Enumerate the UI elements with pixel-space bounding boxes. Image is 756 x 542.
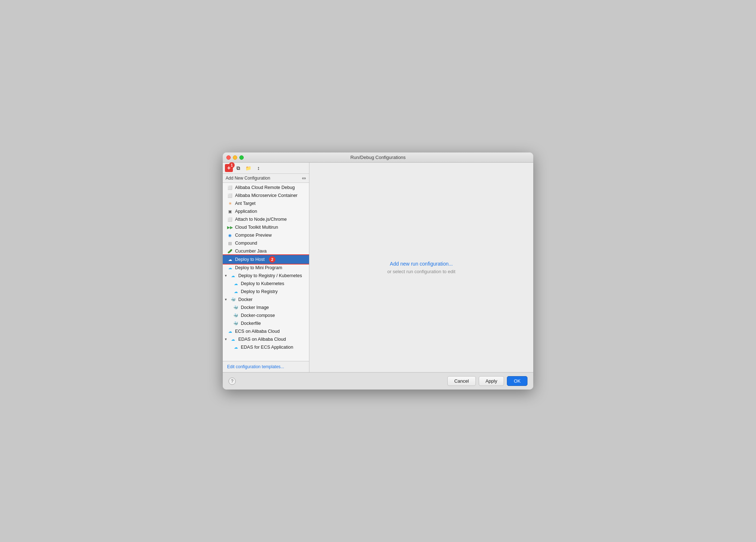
footer: ? Cancel Apply OK bbox=[223, 372, 533, 390]
list-item[interactable]: ☁ Deploy to Kubernetes bbox=[223, 280, 309, 288]
edas-group-header[interactable]: ▼ ☁ EDAS on Alibaba Cloud bbox=[223, 335, 309, 343]
item-label: Ant Target bbox=[235, 201, 256, 206]
chevron-down-icon: ▼ bbox=[224, 298, 227, 301]
docker-sub-icon: 🐳 bbox=[233, 305, 239, 310]
window-title: Run/Debug Configurations bbox=[350, 155, 405, 160]
item-label: Compound bbox=[235, 241, 257, 246]
edas-ecs-icon: ☁ bbox=[233, 344, 239, 350]
folder-icon: 📁 bbox=[246, 165, 251, 171]
ant-icon: ✳ bbox=[227, 201, 233, 206]
sort-icon: ↕ bbox=[257, 165, 260, 171]
deploy-badge: 2 bbox=[269, 256, 275, 263]
list-item[interactable]: ⬜ Attach to Node.js/Chrome bbox=[223, 215, 309, 223]
item-label: Deploy to Mini Program bbox=[235, 265, 282, 270]
chevron-down-icon: ▼ bbox=[224, 337, 227, 341]
item-label: Docker Image bbox=[241, 305, 269, 310]
cucumber-icon: 🥒 bbox=[227, 248, 233, 254]
edit-templates-link[interactable]: Edit configuration templates... bbox=[227, 364, 284, 369]
list-item[interactable]: ⬜ Alibaba Microservice Container bbox=[223, 192, 309, 199]
ecs-icon: ☁ bbox=[227, 328, 233, 334]
toolbar: + 1 ⧉ 📁 ↕ bbox=[223, 163, 309, 174]
app-icon: ▣ bbox=[227, 208, 233, 214]
compound-icon: ▤ bbox=[227, 240, 233, 246]
item-label: Alibaba Cloud Remote Debug bbox=[235, 185, 295, 190]
list-item[interactable]: ✳ Ant Target bbox=[223, 199, 309, 207]
config-header: Add New Configuration ⇔ bbox=[223, 174, 309, 183]
list-item[interactable]: 🐳 Dockerfile bbox=[223, 319, 309, 327]
copy-button[interactable]: ⧉ bbox=[234, 164, 243, 172]
item-label: Docker bbox=[238, 297, 253, 302]
item-label: Dockerfile bbox=[241, 321, 261, 326]
right-panel: Add new run configuration... or select r… bbox=[309, 163, 533, 372]
add-button[interactable]: + 1 bbox=[225, 164, 233, 172]
copy-icon: ⧉ bbox=[236, 165, 240, 171]
compose-icon: ◉ bbox=[227, 232, 233, 238]
item-label: Application bbox=[235, 209, 257, 214]
item-label: Compose Preview bbox=[235, 233, 271, 238]
cancel-button[interactable]: Cancel bbox=[447, 376, 475, 386]
item-label: Deploy to Registry bbox=[241, 289, 278, 294]
item-label: Deploy to Registry / Kubernetes bbox=[238, 273, 302, 278]
cloud-mini-icon: ☁ bbox=[227, 265, 233, 271]
cloud-upload-icon: ☁ bbox=[227, 257, 233, 262]
list-item[interactable]: ☁ Deploy to Mini Program bbox=[223, 264, 309, 272]
list-item[interactable]: ▣ Application bbox=[223, 207, 309, 215]
traffic-lights bbox=[226, 155, 244, 160]
cloud-reg-icon: ☁ bbox=[233, 289, 239, 294]
item-label: Deploy to Kubernetes bbox=[241, 281, 284, 286]
list-item[interactable]: ▤ Compound bbox=[223, 239, 309, 247]
maximize-button[interactable] bbox=[239, 155, 244, 160]
left-panel: + 1 ⧉ 📁 ↕ Add New Configuration ⇔ bbox=[223, 163, 309, 372]
chevron-down-icon: ▼ bbox=[224, 274, 227, 278]
docker-compose-icon: 🐳 bbox=[233, 313, 239, 318]
list-item[interactable]: ☁ EDAS for ECS Application bbox=[223, 343, 309, 351]
list-item[interactable]: 🐳 Docker Image bbox=[223, 304, 309, 311]
list-item[interactable]: ◉ Compose Preview bbox=[223, 231, 309, 239]
folder-button[interactable]: 📁 bbox=[244, 164, 253, 172]
item-label: Docker-compose bbox=[241, 313, 275, 318]
bottom-bar: Edit configuration templates... bbox=[223, 361, 309, 372]
help-button[interactable]: ? bbox=[229, 378, 236, 385]
list-item[interactable]: 🥒 Cucumber Java bbox=[223, 247, 309, 255]
close-button[interactable] bbox=[226, 155, 231, 160]
footer-left: ? bbox=[229, 378, 236, 385]
add-config-link[interactable]: Add new run configuration... bbox=[390, 261, 453, 267]
nodejs-icon: ⬜ bbox=[227, 216, 233, 222]
list-item[interactable]: 🐳 Docker-compose bbox=[223, 311, 309, 319]
list-item[interactable]: ▶▶ Cloud Toolkit Multirun bbox=[223, 223, 309, 231]
deploy-registry-group-header[interactable]: ▼ ☁ Deploy to Registry / Kubernetes bbox=[223, 272, 309, 280]
screen-icon: ⬜ bbox=[227, 193, 233, 198]
add-config-sub: or select run configuration to edit bbox=[387, 269, 456, 274]
item-label: Cloud Toolkit Multirun bbox=[235, 225, 278, 230]
collapse-icon[interactable]: ⇔ bbox=[302, 175, 306, 181]
item-label: Attach to Node.js/Chrome bbox=[235, 217, 287, 222]
multirun-icon: ▶▶ bbox=[227, 224, 233, 230]
ok-button[interactable]: OK bbox=[507, 376, 527, 386]
cloud-registry-icon: ☁ bbox=[230, 273, 236, 279]
config-header-title: Add New Configuration bbox=[226, 176, 270, 181]
docker-group-header[interactable]: ▼ 🐳 Docker bbox=[223, 296, 309, 304]
cloud-k8s-icon: ☁ bbox=[233, 281, 239, 287]
item-label: EDAS for ECS Application bbox=[241, 345, 293, 350]
apply-button[interactable]: Apply bbox=[479, 376, 504, 386]
main-content: + 1 ⧉ 📁 ↕ Add New Configuration ⇔ bbox=[223, 163, 533, 372]
footer-right: Cancel Apply OK bbox=[447, 376, 527, 386]
sort-button[interactable]: ↕ bbox=[254, 164, 263, 172]
docker-icon: 🐳 bbox=[230, 297, 236, 302]
main-window: Run/Debug Configurations + 1 ⧉ 📁 ↕ bbox=[223, 152, 533, 390]
item-label: ECS on Alibaba Cloud bbox=[235, 329, 280, 334]
edas-icon: ☁ bbox=[230, 336, 236, 342]
screen-icon: ⬜ bbox=[227, 185, 233, 190]
minimize-button[interactable] bbox=[233, 155, 237, 160]
item-label: EDAS on Alibaba Cloud bbox=[238, 337, 286, 342]
deploy-to-host-item[interactable]: ☁ Deploy to Host 2 bbox=[223, 255, 309, 264]
config-list[interactable]: ⬜ Alibaba Cloud Remote Debug ⬜ Alibaba M… bbox=[223, 183, 309, 361]
item-label: Cucumber Java bbox=[235, 249, 267, 254]
item-label: Alibaba Microservice Container bbox=[235, 193, 297, 198]
list-item[interactable]: ☁ Deploy to Registry bbox=[223, 288, 309, 296]
list-item[interactable]: ⬜ Alibaba Cloud Remote Debug bbox=[223, 184, 309, 192]
help-icon: ? bbox=[231, 379, 234, 384]
list-item[interactable]: ☁ ECS on Alibaba Cloud bbox=[223, 327, 309, 335]
item-label: Deploy to Host bbox=[235, 257, 265, 262]
dockerfile-icon: 🐳 bbox=[233, 321, 239, 326]
